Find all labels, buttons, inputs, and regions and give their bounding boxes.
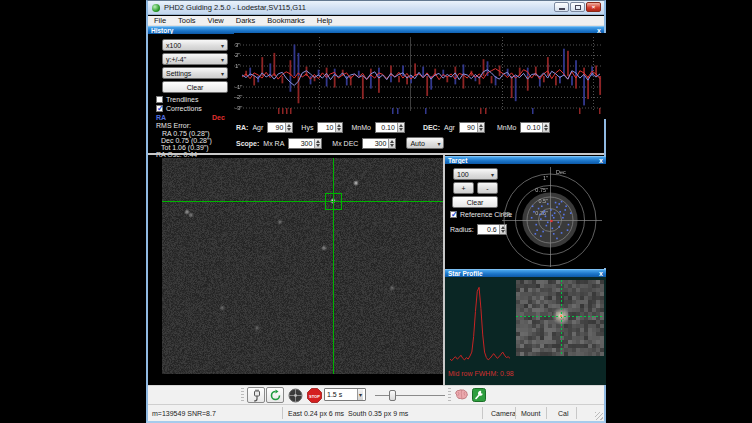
star-profile-curve xyxy=(448,281,512,367)
checkbox-unchecked xyxy=(156,96,163,103)
spinner-arrows-icon[interactable] xyxy=(388,139,395,148)
history-yscale-dropdown[interactable]: y:+/-4"▾ xyxy=(162,53,228,65)
history-clear-button[interactable]: Clear xyxy=(162,81,228,93)
cal-status-indicator: Cal xyxy=(558,410,569,417)
star-profile-pane-titlebar[interactable]: Star Profile x xyxy=(445,269,606,277)
svg-text:STOP: STOP xyxy=(309,393,320,398)
dec-param-label: DEC: xyxy=(423,124,440,131)
target-close-icon[interactable]: x xyxy=(599,158,603,164)
menu-tools[interactable]: Tools xyxy=(172,16,202,25)
brain-icon xyxy=(454,389,469,401)
star-profile-pane-title: Star Profile xyxy=(448,270,483,277)
max-dec-duration-spinner[interactable]: 300 xyxy=(362,138,396,149)
mount-status-indicator: Mount xyxy=(521,410,540,417)
rms-dec-value: Dec 0.75 (0.28") xyxy=(161,137,212,144)
statusbar-separator xyxy=(546,407,547,419)
menu-bookmarks[interactable]: Bookmarks xyxy=(261,16,311,25)
status-bar: m=139549 SNR=8.7 East 0.24 px 6 ms South… xyxy=(148,404,604,421)
minimize-button[interactable] xyxy=(554,2,569,12)
target-clear-button[interactable]: Clear xyxy=(452,196,498,208)
target-pane-title: Target xyxy=(448,157,467,164)
menu-view[interactable]: View xyxy=(202,16,230,25)
usb-plug-icon xyxy=(250,389,263,402)
target-zoom-out-button[interactable]: - xyxy=(477,182,498,194)
target-zoom-dropdown[interactable]: 100▾ xyxy=(453,168,498,180)
checkbox-checked xyxy=(450,211,457,218)
spinner-arrows-icon[interactable] xyxy=(542,123,549,132)
rms-ra-value: RA 0.75 (0.28") xyxy=(162,130,210,137)
trendlines-checkbox[interactable]: Trendlines xyxy=(156,96,198,103)
scope-label: Scope: xyxy=(236,140,259,147)
agr-label: Agr xyxy=(252,124,263,131)
target-scatter-plot xyxy=(502,165,606,268)
statusbar-separator xyxy=(515,407,516,419)
dec-guide-mode-dropdown[interactable]: Auto▾ xyxy=(406,137,444,149)
dec-correction-readout: South 0.35 px 9 ms xyxy=(348,410,408,417)
fwhm-readout: Mid row FWHM: 0.98 xyxy=(448,370,514,377)
radius-label: Radius: xyxy=(450,226,474,233)
spinner-arrows-icon[interactable] xyxy=(335,123,342,132)
spinner-arrows-icon[interactable] xyxy=(477,123,484,132)
gamma-slider-track[interactable] xyxy=(375,395,445,396)
connect-equipment-button[interactable] xyxy=(247,387,265,403)
dec-legend-label: Dec xyxy=(212,114,225,121)
mxdec-label: Mx DEC xyxy=(332,140,358,147)
chevron-down-icon: ▾ xyxy=(221,70,224,77)
advanced-settings-button[interactable] xyxy=(452,387,470,403)
dec-agr-label: Agr xyxy=(444,124,455,131)
history-graph xyxy=(234,33,606,119)
ra-minmove-spinner[interactable]: 0.10 xyxy=(375,122,405,133)
resize-grip[interactable] xyxy=(595,412,603,420)
camera-settings-button[interactable] xyxy=(470,387,488,403)
history-pane-title: History xyxy=(151,27,173,34)
window-title: PHD2 Guiding 2.5.0 - Lodestar,SV115,G11 xyxy=(164,3,306,12)
statusbar-separator xyxy=(482,407,483,419)
screen: PHD2 Guiding 2.5.0 - Lodestar,SV115,G11 … xyxy=(0,0,752,423)
spinner-arrows-icon[interactable] xyxy=(314,139,321,148)
ra-dec-param-row: RA: Agr 90 Hys 10 MnMo 0.10 DEC: Agr 90 … xyxy=(236,122,550,133)
stop-button[interactable]: STOP xyxy=(305,387,323,403)
menu-darks[interactable]: Darks xyxy=(230,16,262,25)
history-settings-dropdown[interactable]: Settings▾ xyxy=(162,67,228,79)
mxra-label: Mx RA xyxy=(263,140,284,147)
toolbar-gripper[interactable] xyxy=(241,388,244,403)
dock-splitter-horizontal[interactable] xyxy=(148,153,604,155)
spinner-arrows-icon[interactable] xyxy=(397,123,404,132)
main-toolbar: STOP 1.5 s ▾ xyxy=(148,385,604,404)
window-titlebar[interactable]: PHD2 Guiding 2.5.0 - Lodestar,SV115,G11 … xyxy=(148,1,604,15)
star-zoom-view xyxy=(516,280,604,356)
target-pane-titlebar[interactable]: Target x xyxy=(445,156,606,164)
close-button[interactable]: × xyxy=(586,2,601,12)
chevron-down-icon: ▾ xyxy=(221,56,224,63)
loop-arrows-icon xyxy=(269,389,282,402)
ra-aggression-spinner[interactable]: 90 xyxy=(267,122,293,133)
menu-file[interactable]: File xyxy=(148,16,172,25)
scope-param-row: Scope: Mx RA 300 Mx DEC 300 Auto▾ xyxy=(236,137,444,149)
ra-correction-readout: East 0.24 px 6 ms xyxy=(288,410,344,417)
dec-aggression-spinner[interactable]: 90 xyxy=(459,122,485,133)
gamma-slider-thumb[interactable] xyxy=(389,390,396,401)
corrections-checkbox[interactable]: Corrections xyxy=(156,105,202,112)
history-scale-dropdown[interactable]: x100▾ xyxy=(162,39,228,51)
start-guiding-button[interactable] xyxy=(286,387,304,403)
loop-exposures-button[interactable] xyxy=(266,387,284,403)
chevron-down-icon: ▾ xyxy=(221,42,224,49)
chevron-down-icon: ▾ xyxy=(437,140,440,147)
statusbar-separator xyxy=(576,407,577,419)
target-zoom-in-button[interactable]: + xyxy=(453,182,474,194)
ra-hysteresis-spinner[interactable]: 10 xyxy=(317,122,343,133)
maximize-button[interactable] xyxy=(570,2,585,12)
star-profile-close-icon[interactable]: x xyxy=(599,271,603,277)
guide-camera-view[interactable] xyxy=(162,158,443,374)
spinner-arrows-icon[interactable] xyxy=(285,123,292,132)
camera-status-indicator: Camera xyxy=(491,410,516,417)
toolbar-gripper[interactable] xyxy=(448,388,451,403)
exposure-duration-select[interactable]: 1.5 s ▾ xyxy=(324,388,366,401)
menu-bar: File Tools View Darks Bookmarks Help xyxy=(148,16,604,26)
max-ra-duration-spinner[interactable]: 300 xyxy=(288,138,322,149)
rms-tot-value: Tot 1.06 (0.39") xyxy=(161,144,209,151)
dec-minmove-spinner[interactable]: 0.10 xyxy=(520,122,550,133)
phd2-window: PHD2 Guiding 2.5.0 - Lodestar,SV115,G11 … xyxy=(146,0,606,423)
guide-crosshair-icon xyxy=(288,388,303,403)
menu-help[interactable]: Help xyxy=(311,16,338,25)
